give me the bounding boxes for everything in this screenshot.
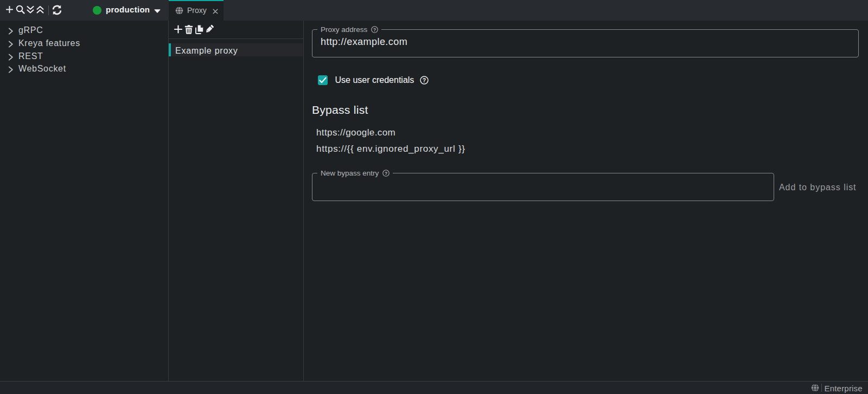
svg-text:?: ? — [373, 27, 376, 33]
svg-text:?: ? — [385, 171, 387, 176]
svg-text:?: ? — [423, 77, 426, 83]
